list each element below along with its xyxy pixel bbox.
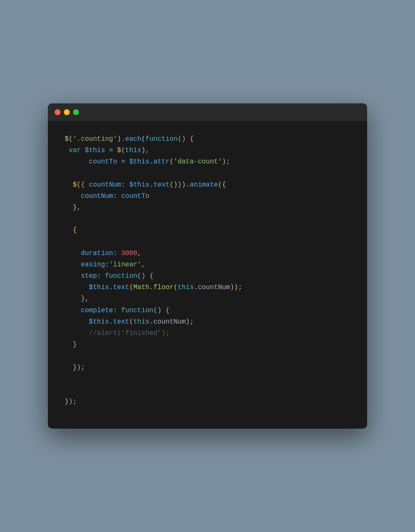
code-line: complete: function() { <box>65 305 350 316</box>
title-bar <box>48 103 367 121</box>
code-line: } <box>65 339 350 350</box>
code-line: }); <box>65 362 350 374</box>
code-line <box>65 213 350 225</box>
code-line: countTo = $this.attr('data-count'); <box>65 156 350 168</box>
code-line: //alert('finished'); <box>65 328 350 339</box>
code-line <box>65 385 350 396</box>
code-line: duration: 3000, <box>65 248 350 259</box>
code-line: $('.counting').each(function() { <box>65 134 350 145</box>
code-line: step: function() { <box>65 271 350 282</box>
minimize-button[interactable] <box>64 109 70 115</box>
code-line <box>65 350 350 362</box>
code-line: $({ countNum: $this.text()}).animate({ <box>65 179 350 191</box>
code-line: easing:'linear', <box>65 259 350 271</box>
code-line: }, <box>65 202 350 213</box>
code-line <box>65 374 350 385</box>
code-line: countNum: countTo <box>65 191 350 202</box>
code-line: var $this = $(this), <box>65 145 350 156</box>
code-window: $('.counting').each(function() { var $th… <box>48 103 367 429</box>
code-line: $this.text(this.countNum); <box>65 316 350 328</box>
code-line: { <box>65 225 350 236</box>
code-editor: $('.counting').each(function() { var $th… <box>48 121 367 429</box>
close-button[interactable] <box>55 109 60 115</box>
code-line <box>65 168 350 179</box>
code-line: $this.text(Math.floor(this.countNum)); <box>65 282 350 293</box>
maximize-button[interactable] <box>73 109 79 115</box>
code-line <box>65 236 350 248</box>
code-line: }); <box>65 396 350 408</box>
code-line: }, <box>65 293 350 305</box>
